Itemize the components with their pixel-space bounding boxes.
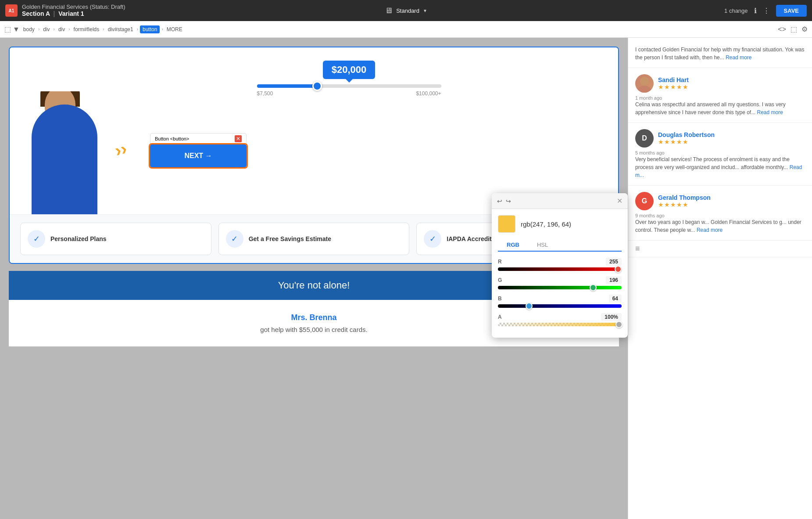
review-info-sandi: Sandi Hart ★★★★★: [658, 76, 689, 90]
review-item-first: I contacted Golden Financial for help wi…: [628, 38, 812, 68]
debt-slider[interactable]: [257, 84, 441, 88]
breadcrumb-div2[interactable]: div: [57, 25, 67, 33]
reviewer-name-sandi: Sandi Hart: [658, 76, 689, 83]
button-tooltip-header: Button <button> ✕: [150, 133, 247, 144]
avatar-gerald: G: [635, 192, 654, 210]
next-button[interactable]: NEXT →: [150, 144, 247, 167]
woman-body: [32, 105, 97, 214]
chevron-down-icon[interactable]: ▼: [13, 25, 20, 33]
breadcrumb-form[interactable]: form#fields: [72, 25, 101, 33]
cp-track-b[interactable]: [498, 304, 622, 308]
amount-display: $20,000: [323, 61, 376, 79]
info-icon[interactable]: ℹ: [754, 7, 757, 15]
breadcrumb-div1[interactable]: div: [41, 25, 51, 33]
cp-tab-rgb[interactable]: RGB: [498, 239, 528, 252]
app-icon-letter: A1: [9, 8, 14, 13]
cp-thumb-r[interactable]: [615, 266, 622, 273]
color-hex-value: rgb(247, 196, 64): [521, 220, 571, 228]
woman-image: [23, 91, 111, 214]
cp-value-g: 196: [606, 276, 622, 284]
review-item-gerald: G Gerald Thompson ★★★★★ 9 months ago Ove…: [628, 186, 812, 241]
cp-value-b: 64: [609, 295, 622, 303]
cp-label-r: R: [498, 259, 502, 265]
save-button[interactable]: SAVE: [776, 5, 807, 17]
breadcrumb: ⬚ ▼ body › div › div › form#fields › div…: [0, 21, 812, 38]
cp-label-g: G: [498, 277, 502, 283]
review-time-gerald: 9 months ago: [635, 213, 805, 218]
feature-savings-estimate: ✓ Get a Free Savings Estimate: [218, 223, 410, 255]
stars-sandi: ★★★★★: [658, 83, 689, 90]
cp-tab-hsl[interactable]: HSL: [528, 239, 557, 251]
slider-thumb[interactable]: [312, 81, 322, 91]
cp-thumb-b[interactable]: [526, 303, 533, 310]
cp-slider-b: B 64: [498, 295, 622, 308]
section-title: Section A | Variant 1: [22, 10, 125, 18]
cp-track-g[interactable]: [498, 286, 622, 289]
review-time-douglas: 5 months ago: [635, 150, 805, 155]
avatar-sandi: [635, 74, 654, 93]
device-view-icon[interactable]: ⬚: [791, 25, 797, 33]
cp-label-b: B: [498, 296, 502, 302]
review-header-sandi: Sandi Hart ★★★★★: [635, 74, 805, 93]
read-more-gerald[interactable]: Read more: [697, 227, 723, 233]
color-swatch[interactable]: [498, 215, 515, 233]
cp-tabs: RGB HSL: [498, 239, 622, 252]
banner-text: You're not alone!: [278, 280, 350, 291]
review-time-sandi: 1 month ago: [635, 95, 805, 101]
panel-icon-row: ≡: [628, 241, 812, 257]
feature-label-2: Get a Free Savings Estimate: [249, 235, 331, 242]
review-text-sandi: Celina was respectful and answered all m…: [635, 101, 805, 116]
cp-slider-g: G 196: [498, 276, 622, 289]
review-text-gerald: Over two years ago I began w... Golden F…: [635, 218, 805, 234]
tooltip-close-button[interactable]: ✕: [235, 135, 242, 142]
cp-value-a: 100%: [601, 313, 622, 321]
more-options-icon[interactable]: ⋮: [763, 7, 770, 15]
check-icon-2: ✓: [226, 230, 243, 248]
align-icon[interactable]: ≡: [635, 244, 640, 253]
cp-value-r: 255: [606, 258, 622, 266]
breadcrumb-more[interactable]: MORE: [165, 25, 184, 33]
app-icon: A1: [5, 4, 18, 17]
slider-labels: $7,500 $100,000+: [257, 90, 441, 97]
breadcrumb-right-actions: <> ⬚ ⚙: [778, 25, 808, 33]
breadcrumb-div-stage[interactable]: div#stage1: [106, 25, 135, 33]
stars-gerald: ★★★★★: [658, 201, 711, 208]
feature-personalized-plans: ✓ Personalized Plans: [20, 223, 211, 255]
feature-label-1: Personalized Plans: [50, 235, 107, 242]
cp-undo-button[interactable]: ↩: [497, 198, 502, 205]
cp-thumb-a[interactable]: [615, 321, 622, 328]
cp-close-button[interactable]: ✕: [617, 197, 622, 205]
expand-icon[interactable]: ⬚: [4, 25, 11, 33]
reviewer-name-douglas: Douglas Robertson: [658, 131, 715, 138]
review-text-douglas: Very beneficial services! The process of…: [635, 155, 805, 179]
review-item-douglas: D Douglas Robertson ★★★★★ 5 months ago V…: [628, 123, 812, 186]
review-info-douglas: Douglas Robertson ★★★★★: [658, 131, 715, 145]
check-icon-3: ✓: [424, 230, 441, 248]
tooltip-label: Button <button>: [155, 136, 189, 141]
slider-section: $20,000 $7,500 $100,000+: [97, 61, 601, 114]
cp-titlebar: ↩ ↪ ✕: [492, 193, 628, 209]
breadcrumb-body[interactable]: body: [21, 25, 36, 33]
cp-track-a[interactable]: [498, 323, 622, 326]
breadcrumb-button[interactable]: button: [140, 25, 160, 33]
check-icon-1: ✓: [28, 230, 45, 248]
settings-icon[interactable]: ⚙: [801, 25, 808, 33]
avatar-douglas: D: [635, 129, 654, 148]
cp-body: rgb(247, 196, 64) RGB HSL R 255 G 196: [492, 209, 628, 338]
read-more-first[interactable]: Read more: [726, 54, 751, 61]
stars-douglas: ★★★★★: [658, 138, 715, 145]
cp-track-r[interactable]: [498, 267, 622, 271]
chevron-down-icon[interactable]: ▼: [423, 8, 427, 13]
cp-thumb-g[interactable]: [590, 284, 597, 291]
cp-slider-a: A 100%: [498, 313, 622, 326]
button-tooltip-wrapper: Button <button> ✕ NEXT →: [150, 133, 247, 167]
cp-label-a: A: [498, 314, 502, 320]
review-text-first: I contacted Golden Financial for help wi…: [635, 46, 805, 61]
main-layout: $20,000 $7,500 $100,000+: [0, 38, 812, 519]
cp-redo-button[interactable]: ↪: [506, 198, 511, 205]
top-bar: A1 Golden Financial Services (Status: Dr…: [0, 0, 812, 21]
read-more-sandi[interactable]: Read more: [757, 109, 783, 115]
code-view-icon[interactable]: <>: [778, 25, 786, 33]
review-item-sandi: Sandi Hart ★★★★★ 1 month ago Celina was …: [628, 68, 812, 123]
review-header-douglas: D Douglas Robertson ★★★★★: [635, 129, 805, 148]
